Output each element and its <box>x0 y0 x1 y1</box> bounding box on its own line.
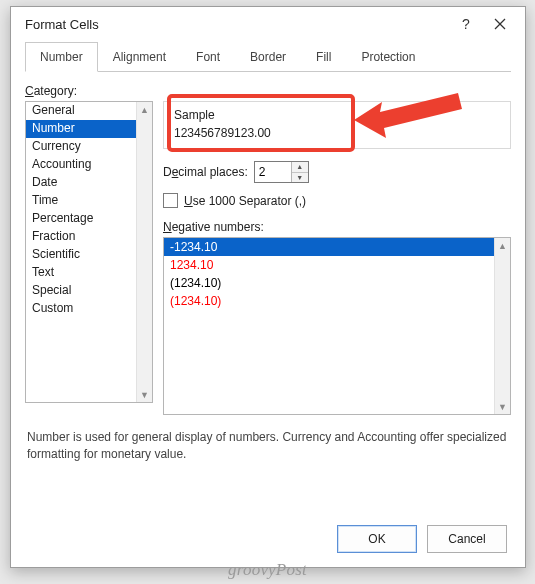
tab-number[interactable]: Number <box>25 42 98 72</box>
category-item[interactable]: Accounting <box>26 156 137 174</box>
tab-protection[interactable]: Protection <box>346 42 430 72</box>
tab-border[interactable]: Border <box>235 42 301 72</box>
category-listbox[interactable]: GeneralNumberCurrencyAccountingDateTimeP… <box>25 101 153 403</box>
close-button[interactable] <box>483 10 517 38</box>
category-item[interactable]: Custom <box>26 300 137 318</box>
scroll-down-icon[interactable]: ▼ <box>495 399 510 414</box>
negative-number-item[interactable]: (1234.10) <box>164 274 495 292</box>
category-item[interactable]: Scientific <box>26 246 137 264</box>
negative-number-item[interactable]: 1234.10 <box>164 256 495 274</box>
category-item[interactable]: Number <box>26 120 137 138</box>
use-1000-separator-label: Use 1000 Separator (,) <box>184 194 306 208</box>
tab-fill[interactable]: Fill <box>301 42 346 72</box>
scroll-down-icon[interactable]: ▼ <box>137 387 152 402</box>
negative-numbers-label: Negative numbers: <box>163 220 511 234</box>
help-button[interactable]: ? <box>449 10 483 38</box>
sample-group: Sample 123456789123.00 <box>163 101 511 149</box>
category-item[interactable]: Date <box>26 174 137 192</box>
category-item[interactable]: Text <box>26 264 137 282</box>
sample-value: 123456789123.00 <box>174 126 500 140</box>
category-description: Number is used for general display of nu… <box>27 429 509 464</box>
scrollbar[interactable]: ▲ ▼ <box>136 102 152 402</box>
scroll-up-icon[interactable]: ▲ <box>495 238 510 253</box>
category-item[interactable]: Special <box>26 282 137 300</box>
negative-numbers-listbox[interactable]: -1234.101234.10(1234.10)(1234.10) ▲ ▼ <box>163 237 511 415</box>
tab-alignment[interactable]: Alignment <box>98 42 181 72</box>
sample-label: Sample <box>174 108 500 122</box>
close-icon <box>494 18 506 30</box>
dialog-title: Format Cells <box>25 17 449 32</box>
category-label: Category: <box>25 84 153 98</box>
negative-number-item[interactable]: -1234.10 <box>164 238 495 256</box>
category-item[interactable]: Currency <box>26 138 137 156</box>
scrollbar[interactable]: ▲ ▼ <box>494 238 510 414</box>
decimal-places-label: Decimal places: <box>163 165 248 179</box>
negative-number-item[interactable]: (1234.10) <box>164 292 495 310</box>
category-item[interactable]: Time <box>26 192 137 210</box>
scroll-up-icon[interactable]: ▲ <box>137 102 152 117</box>
category-item[interactable]: Percentage <box>26 210 137 228</box>
spinner-up[interactable]: ▲ <box>292 162 308 173</box>
cancel-button[interactable]: Cancel <box>427 525 507 553</box>
format-cells-dialog: Format Cells ? Number Alignment Font Bor… <box>10 6 526 568</box>
category-item[interactable]: Fraction <box>26 228 137 246</box>
use-1000-separator-checkbox[interactable] <box>163 193 178 208</box>
decimal-places-input[interactable] <box>255 162 291 182</box>
titlebar: Format Cells ? <box>11 7 525 41</box>
spinner-down[interactable]: ▼ <box>292 173 308 183</box>
category-item[interactable]: General <box>26 102 137 120</box>
ok-button[interactable]: OK <box>337 525 417 553</box>
tab-font[interactable]: Font <box>181 42 235 72</box>
tabstrip: Number Alignment Font Border Fill Protec… <box>25 41 511 72</box>
